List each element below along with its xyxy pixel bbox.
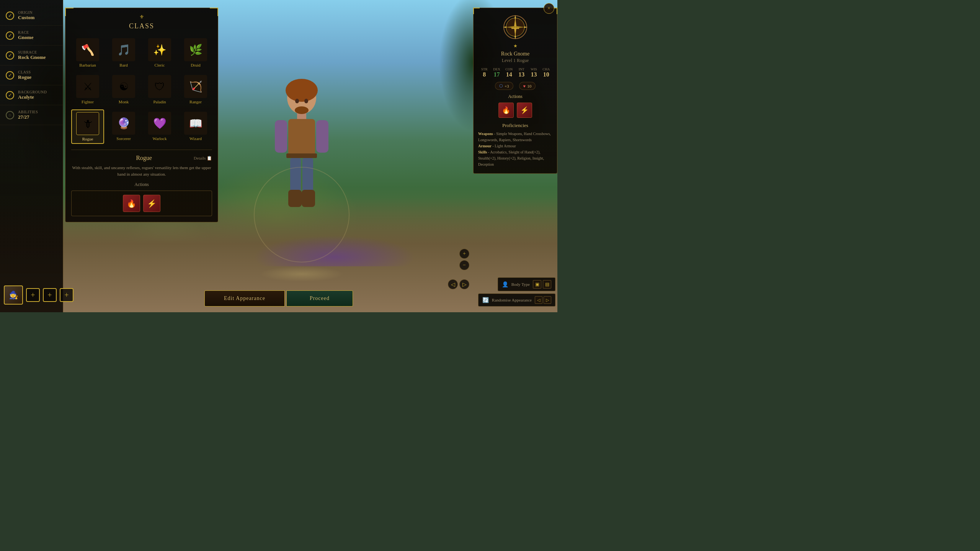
- svg-rect-5: [275, 120, 287, 153]
- rogue-icon: 🗡: [76, 112, 99, 135]
- svg-rect-4: [286, 153, 317, 158]
- rogue-label: Rogue: [82, 137, 93, 141]
- abilities-value: 27/27: [18, 114, 38, 120]
- sorcerer-icon: 🔮: [112, 112, 135, 135]
- barbarian-label: Barbarian: [79, 63, 96, 67]
- svg-point-13: [295, 106, 309, 114]
- stats-row: STR 8 DEX 17 CON 14 INT 13 WIS 13 CHA 10: [478, 67, 552, 78]
- armour-label: Armour: [478, 144, 492, 148]
- stat-wis: WIS 13: [528, 67, 540, 78]
- sidebar-item-subrace[interactable]: ✓ Subrace Rock Gnome: [0, 46, 63, 65]
- class-panel-icon: ⚜: [71, 14, 212, 20]
- subrace-value: Rock Gnome: [18, 54, 46, 60]
- bard-label: Bard: [119, 63, 127, 67]
- sidebar-item-background[interactable]: ✓ Background Acolyte: [0, 85, 63, 105]
- body-type-button-1[interactable]: ▣: [533, 280, 541, 289]
- character-avatar-area: 🧙 + + +: [0, 284, 77, 306]
- race-value: Gnome: [18, 34, 33, 41]
- con-label: CON: [505, 67, 513, 71]
- stat-dex: DEX 17: [490, 67, 503, 78]
- proficiencies-title: Proficiencies: [478, 122, 552, 129]
- svg-rect-3: [288, 119, 315, 157]
- right-action-icon-2: ⚡: [517, 103, 532, 118]
- hp-actions-row: ⬡ +3 ♥ 10: [478, 82, 552, 90]
- sidebar-item-abilities[interactable]: ○ Abilities 27/27: [0, 105, 63, 125]
- wis-value: 13: [531, 71, 537, 78]
- character-race-name: Rock Gnome: [478, 51, 552, 57]
- class-item-rogue[interactable]: 🗡 Rogue: [71, 109, 104, 144]
- proceed-button[interactable]: Proceed: [286, 290, 353, 306]
- background-text: Background Acolyte: [18, 90, 47, 100]
- monk-label: Monk: [119, 99, 129, 104]
- skills-label: Skills: [478, 150, 487, 154]
- skills-value: - Acrobatics, Sleight of Hand(×2), Steal…: [478, 150, 544, 166]
- character-display-area: [134, 23, 469, 282]
- svg-point-11: [295, 99, 299, 103]
- background-label: Background: [18, 90, 47, 94]
- sorcerer-label: Sorcerer: [116, 136, 131, 141]
- randomise-appearance-panel: 🔄 Randomise Appearance ◁ ▷: [478, 293, 555, 306]
- close-button[interactable]: ×: [544, 3, 554, 14]
- randomise-next-button[interactable]: ▷: [544, 296, 551, 304]
- character-emblem: ★: [478, 14, 552, 49]
- body-type-panel: 👤 Body Type ▣ ▤: [498, 277, 555, 291]
- hp-badge: ♥ 10: [519, 82, 536, 90]
- race-check-icon: ✓: [6, 31, 14, 40]
- pedestal: [260, 266, 344, 282]
- body-type-button-2[interactable]: ▤: [543, 280, 551, 289]
- character-info-panel: ★ Rock Gnome Level 1 Rogue STR 8 DEX 17 …: [473, 8, 557, 174]
- add-character-button-2[interactable]: +: [43, 288, 57, 302]
- pedestal-circle: [254, 167, 350, 262]
- actions-badge-icon: ⬡: [499, 83, 503, 88]
- randomise-arrows: ◁ ▷: [535, 296, 551, 304]
- rotate-left-button[interactable]: ◁: [448, 279, 458, 289]
- subrace-label: Subrace: [18, 50, 46, 54]
- origin-value: Custom: [18, 15, 34, 21]
- body-type-person-icon: 👤: [502, 281, 508, 288]
- stat-con: CON 14: [503, 67, 515, 78]
- class-item-barbarian[interactable]: 🪓 Barbarian: [71, 36, 104, 70]
- int-value: 13: [518, 71, 524, 78]
- origin-label: Origin: [18, 10, 34, 15]
- actions-badge: ⬡ +3: [495, 82, 513, 90]
- right-actions-row: 🔥 ⚡: [478, 103, 552, 118]
- rotate-right-button[interactable]: ▷: [459, 279, 469, 289]
- character-avatar[interactable]: 🧙: [4, 285, 23, 305]
- body-type-buttons: ▣ ▤: [533, 280, 551, 289]
- body-type-label: Body Type: [511, 282, 530, 287]
- character-class-level: Level 1 Rogue: [478, 58, 552, 64]
- int-label: INT: [519, 67, 524, 71]
- class-item-fighter[interactable]: ⚔ Fighter: [71, 73, 104, 106]
- race-label: Race: [18, 30, 33, 34]
- hp-value: 10: [527, 84, 531, 88]
- proficiencies-text: Weapons - Simple Weapons, Hand Crossbows…: [478, 131, 552, 168]
- actions-badge-value: +3: [505, 84, 509, 88]
- fighter-icon: ⚔: [76, 75, 99, 98]
- edit-appearance-button[interactable]: Edit Appearance: [204, 290, 285, 306]
- class-text: Class Rogue: [18, 70, 31, 80]
- dex-label: DEX: [493, 67, 500, 71]
- sidebar-item-class[interactable]: ✓ Class Rogue: [0, 65, 63, 85]
- zoom-in-button[interactable]: +: [459, 249, 469, 259]
- svg-point-12: [304, 99, 308, 103]
- right-action-icon-1: 🔥: [498, 103, 514, 118]
- zoom-out-button[interactable]: −: [459, 260, 469, 270]
- add-character-button-1[interactable]: +: [26, 288, 40, 302]
- barbarian-icon: 🪓: [76, 38, 99, 61]
- background-value: Acolyte: [18, 94, 47, 100]
- svg-point-1: [286, 79, 318, 102]
- add-character-button-3[interactable]: +: [60, 288, 74, 302]
- abilities-text: Abilities 27/27: [18, 110, 38, 120]
- abilities-label: Abilities: [18, 110, 38, 114]
- randomise-prev-button[interactable]: ◁: [535, 296, 542, 304]
- sidebar-item-race[interactable]: ✓ Race Gnome: [0, 26, 63, 46]
- armour-value: - Light Armour: [492, 144, 516, 148]
- svg-rect-6: [316, 120, 328, 153]
- wis-label: WIS: [531, 67, 537, 71]
- subrace-text: Subrace Rock Gnome: [18, 50, 46, 60]
- cha-label: CHA: [542, 67, 550, 71]
- con-value: 14: [506, 71, 512, 78]
- sidebar-item-origin[interactable]: ✓ Origin Custom: [0, 6, 63, 26]
- race-text: Race Gnome: [18, 30, 33, 41]
- class-emblem-icon: [502, 14, 529, 41]
